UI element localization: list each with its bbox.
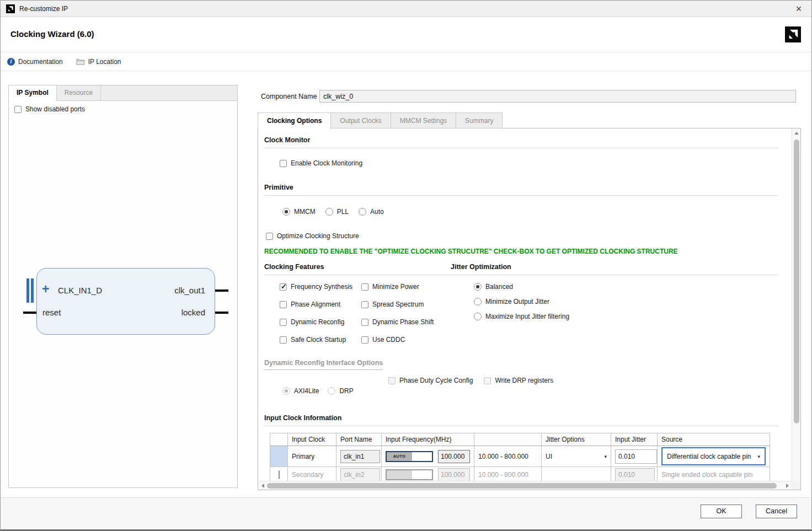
component-name-input[interactable] bbox=[319, 90, 796, 103]
jitter-optimization-heading: Jitter Optimization bbox=[451, 263, 778, 275]
primary-frequency-field[interactable]: 100.000 bbox=[438, 450, 470, 463]
scroll-up-button[interactable] bbox=[792, 128, 801, 137]
primary-row-selector[interactable] bbox=[270, 446, 288, 467]
port-clk-in1-d: CLK_IN1_D bbox=[58, 286, 102, 295]
primitive-mmcm-option[interactable]: MMCM bbox=[282, 208, 316, 216]
clocking-features-heading: Clocking Features bbox=[264, 263, 451, 275]
phase-duty-cycle-config-option: Phase Duty Cycle Config bbox=[388, 377, 473, 384]
col-header-selector bbox=[270, 433, 288, 446]
expand-interface-icon[interactable]: + bbox=[42, 283, 49, 296]
ip-location-button[interactable]: IP Location bbox=[76, 58, 121, 66]
clocking-features-grid: Frequency Synthesis Minimize Power Phase… bbox=[280, 283, 451, 344]
ip-symbol-panel: IP Symbol Resource Show disabled ports +… bbox=[8, 85, 238, 488]
horizontal-scrollbar[interactable] bbox=[258, 481, 792, 490]
chevron-down-icon: ▾ bbox=[757, 454, 760, 459]
col-header-input-jitter: Input Jitter bbox=[611, 433, 658, 446]
minimize-output-jitter-label: Minimize Output Jitter bbox=[485, 298, 549, 305]
scrollable-content: Clock Monitor Enable Clock Monitoring Pr… bbox=[258, 128, 792, 481]
primitive-heading: Primitive bbox=[264, 184, 778, 196]
scroll-right-button[interactable] bbox=[783, 481, 792, 490]
reset-port-stub bbox=[23, 312, 36, 314]
col-header-jitter-options: Jitter Options bbox=[542, 433, 611, 446]
primitive-auto-option[interactable]: Auto bbox=[359, 208, 384, 216]
phase-alignment-option[interactable]: Phase Alignment bbox=[280, 301, 361, 308]
dynamic-phase-shift-option[interactable]: Dynamic Phase Shift bbox=[361, 318, 455, 326]
balanced-radio[interactable] bbox=[474, 283, 482, 291]
tab-resource[interactable]: Resource bbox=[57, 85, 101, 100]
minimize-power-checkbox[interactable] bbox=[361, 283, 368, 291]
optimize-clocking-structure-checkbox[interactable] bbox=[266, 233, 273, 240]
tab-ip-symbol[interactable]: IP Symbol bbox=[9, 85, 57, 101]
maximize-input-jitter-option[interactable]: Maximize Input Jitter filtering bbox=[474, 313, 778, 320]
show-disabled-ports-checkbox[interactable] bbox=[14, 106, 22, 113]
locked-port-stub bbox=[215, 312, 228, 314]
frequency-synthesis-option[interactable]: Frequency Synthesis bbox=[280, 283, 361, 291]
tab-clocking-options[interactable]: Clocking Options bbox=[258, 112, 331, 129]
minimize-output-jitter-radio[interactable] bbox=[474, 298, 482, 305]
pll-label: PLL bbox=[337, 208, 349, 216]
dynamic-phase-shift-checkbox[interactable] bbox=[361, 319, 368, 326]
secondary-frequency-range: 10.000 - 800.000 bbox=[474, 467, 542, 481]
title-bar: Re-customize IP × bbox=[1, 1, 811, 17]
vertical-scrollbar-thumb[interactable] bbox=[794, 140, 799, 423]
col-header-input-frequency: Input Frequency(MHz) bbox=[382, 433, 474, 446]
primitive-pll-option[interactable]: PLL bbox=[325, 208, 349, 216]
documentation-button[interactable]: i Documentation bbox=[7, 58, 63, 66]
phase-alignment-checkbox[interactable] bbox=[280, 301, 287, 308]
auto-radio[interactable] bbox=[359, 208, 366, 216]
safe-clock-startup-label: Safe Clock Startup bbox=[291, 336, 346, 344]
minimize-output-jitter-option[interactable]: Minimize Output Jitter bbox=[474, 298, 778, 305]
safe-clock-startup-option[interactable]: Safe Clock Startup bbox=[280, 336, 361, 344]
scroll-left-button[interactable] bbox=[258, 481, 267, 490]
features-jitter-columns: Clocking Features Frequency Synthesis Mi… bbox=[264, 263, 778, 344]
axi4lite-radio bbox=[282, 387, 290, 395]
secondary-frequency-cell: 100.000 bbox=[386, 468, 470, 481]
use-cddc-option[interactable]: Use CDDC bbox=[361, 336, 455, 344]
primary-source-value: Differential clock capable pin bbox=[667, 453, 751, 460]
diff-clock-bar-icon bbox=[31, 278, 34, 303]
primary-port-name-field[interactable]: clk_in1 bbox=[340, 450, 380, 463]
dynamic-reconfig-checkbox[interactable] bbox=[280, 319, 287, 326]
frequency-synthesis-label: Frequency Synthesis bbox=[291, 283, 352, 291]
mmcm-radio[interactable] bbox=[282, 208, 290, 216]
spread-spectrum-checkbox[interactable] bbox=[361, 301, 368, 308]
auto-toggle[interactable]: AUTO bbox=[386, 451, 433, 462]
balanced-label: Balanced bbox=[485, 283, 513, 291]
secondary-enable-checkbox[interactable] bbox=[279, 470, 280, 479]
secondary-input-jitter-field: 0.010 bbox=[615, 468, 655, 481]
frequency-synthesis-checkbox[interactable] bbox=[280, 283, 287, 291]
scrollbar-corner bbox=[792, 481, 800, 490]
ok-button[interactable]: OK bbox=[701, 505, 742, 518]
secondary-source: Single ended clock capable pin bbox=[658, 467, 770, 481]
close-icon[interactable]: × bbox=[792, 2, 806, 16]
col-header-range bbox=[474, 433, 542, 446]
ip-location-label: IP Location bbox=[88, 58, 121, 66]
cancel-button[interactable]: Cancel bbox=[756, 505, 797, 518]
maximize-input-jitter-radio[interactable] bbox=[474, 313, 482, 320]
pll-radio[interactable] bbox=[325, 208, 333, 216]
vertical-scrollbar[interactable] bbox=[792, 128, 800, 490]
dynamic-phase-shift-label: Dynamic Phase Shift bbox=[372, 318, 434, 326]
balanced-option[interactable]: Balanced bbox=[474, 283, 778, 291]
safe-clock-startup-checkbox[interactable] bbox=[280, 336, 287, 344]
enable-clock-monitoring-checkbox[interactable] bbox=[280, 160, 287, 167]
auto-toggle-label: AUTO bbox=[387, 452, 412, 461]
horizontal-scrollbar-thumb[interactable] bbox=[267, 483, 777, 489]
primary-input-jitter-field[interactable]: 0.010 bbox=[615, 449, 657, 464]
use-cddc-checkbox[interactable] bbox=[361, 336, 368, 344]
tab-summary[interactable]: Summary bbox=[456, 112, 503, 128]
spread-spectrum-option[interactable]: Spread Spectrum bbox=[361, 301, 455, 308]
dynamic-reconfig-option[interactable]: Dynamic Reconfig bbox=[280, 318, 361, 326]
dr-checkboxes: Phase Duty Cycle Config Write DRP regist… bbox=[388, 377, 553, 384]
window-title: Re-customize IP bbox=[19, 5, 68, 13]
clocking-options-pane: Clock Monitor Enable Clock Monitoring Pr… bbox=[258, 128, 801, 490]
minimize-power-option[interactable]: Minimize Power bbox=[361, 283, 455, 291]
tab-output-clocks[interactable]: Output Clocks bbox=[331, 112, 391, 128]
primary-jitter-options-value: UI bbox=[546, 453, 552, 460]
primary-source-dropdown[interactable]: Differential clock capable pin ▾ bbox=[658, 446, 770, 467]
primary-jitter-options-dropdown[interactable]: UI ▾ bbox=[542, 446, 611, 467]
page-title: Clocking Wizard (6.0) bbox=[10, 29, 94, 39]
mmcm-label: MMCM bbox=[294, 208, 316, 216]
tab-mmcm-settings[interactable]: MMCM Settings bbox=[391, 112, 456, 128]
ip-symbol-canvas: Show disabled ports + CLK_IN1_D reset cl… bbox=[9, 101, 237, 487]
